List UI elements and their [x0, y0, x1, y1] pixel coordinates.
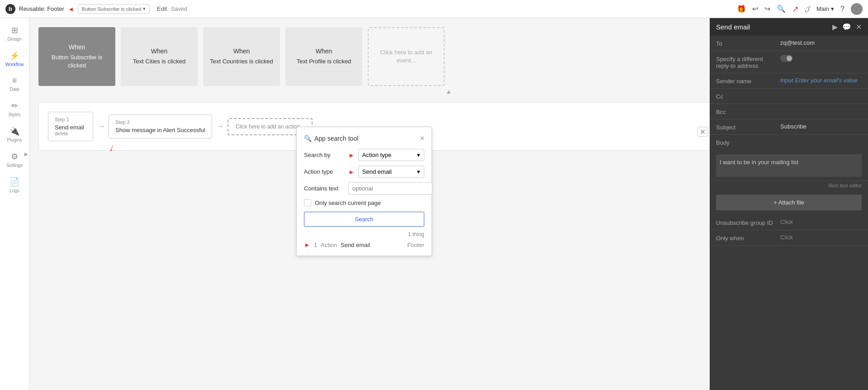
sidebar-item-styles[interactable]: ✏ Styles [0, 97, 29, 121]
rich-text-label[interactable]: Rich text editor [710, 181, 868, 190]
bcc-row: Bcc [710, 104, 868, 119]
event-card-1[interactable]: When Button Subscribe is clicked [38, 27, 115, 86]
comment-icon[interactable]: 💬 [842, 23, 851, 31]
action-type-chevron: ▾ [417, 168, 420, 175]
main-dropdown-icon: ▾ [831, 5, 834, 12]
design-icon: ⊞ [11, 25, 18, 35]
send-email-panel: Send email ▶ 💬 ✕ To zq@test.com Specify … [710, 18, 868, 390]
action-type-select[interactable]: Send email ▾ [358, 166, 424, 178]
search-tool-title-text: App search tool [314, 135, 358, 142]
undo-icon[interactable]: ↩ [752, 5, 758, 13]
to-label: To [716, 39, 775, 47]
sidebar-label-styles: Styles [8, 112, 20, 117]
search-by-arrow: ► [348, 152, 355, 159]
sidebar-item-logs[interactable]: 📄 Logs [0, 173, 29, 197]
event2-when: When [151, 48, 168, 55]
sidebar-item-data[interactable]: ≡ Data [0, 72, 29, 95]
sidebar-item-settings[interactable]: ⚙ Settings ▶ [0, 148, 29, 171]
event3-when: When [233, 48, 250, 55]
logo: b [5, 4, 15, 14]
event-card-add[interactable]: Click here to add an event... [368, 27, 445, 86]
event3-desc: Text Countries is clicked [210, 57, 273, 66]
sender-value[interactable]: Input Enter your email's value [780, 77, 862, 84]
close-panel-icon[interactable]: ✕ [856, 23, 862, 31]
avatar[interactable] [851, 3, 863, 15]
person-icon: 𝓙 [805, 5, 810, 13]
main-button[interactable]: Main ▾ [816, 5, 834, 12]
event-dropdown[interactable]: Button Subscribe is clicked ▾ [78, 4, 150, 14]
event1-desc: Button Subscribe is clicked [44, 53, 110, 70]
search-by-select[interactable]: Action type ▾ [358, 149, 424, 161]
search-panel: 🔍 App search tool × Search by ► Action t… [296, 127, 432, 256]
unsubscribe-row: Unsubscribe group ID Click [710, 215, 868, 230]
step1-label: Step 1 [55, 117, 86, 122]
action-type-row: Action type ► Send email ▾ [304, 166, 424, 178]
search-tool-icon: 🔍 [304, 135, 312, 142]
search-panel-title: 🔍 App search tool [304, 135, 358, 142]
help-icon[interactable]: ? [840, 5, 844, 13]
event-card-4[interactable]: When Text Profile is clicked [285, 27, 362, 86]
reply-toggle[interactable] [780, 55, 793, 62]
body-label: Body [716, 138, 775, 146]
only-when-value[interactable]: Click [780, 234, 793, 241]
step1-name: Send email [55, 124, 86, 131]
sidebar-label-plugins: Plugins [7, 138, 22, 143]
step-arrow-2: → [216, 122, 224, 131]
reply-label: Specify a different reply-to address [716, 55, 775, 69]
result-type: Action [321, 242, 337, 248]
app-name: Reusable: Footer [19, 5, 64, 12]
logs-icon: 📄 [9, 177, 19, 187]
sidebar-label-workflow: Workflow [5, 62, 24, 67]
action-type-label: Action type [304, 168, 345, 175]
app-name-arrow: ◄ [68, 5, 74, 13]
unsubscribe-label: Unsubscribe group ID [716, 219, 775, 226]
search-result-row[interactable]: ► 1 Action Send email Footer [304, 241, 424, 248]
step1-delete[interactable]: delete [55, 131, 86, 136]
contains-text-input[interactable] [348, 182, 432, 195]
event-card-3[interactable]: When Text Countries is clicked [203, 27, 280, 86]
sender-label: Sender name [716, 77, 775, 85]
result-name: Send email [341, 242, 370, 248]
step1-box[interactable]: Step 1 Send email delete [48, 112, 93, 141]
bcc-label: Bcc [716, 108, 775, 115]
event2-desc: Text Cities is clicked [133, 57, 185, 66]
styles-icon: ✏ [11, 101, 18, 111]
attach-file-button[interactable]: + Attach file [716, 195, 862, 210]
to-value[interactable]: zq@test.com [780, 39, 862, 46]
sidebar: ⊞ Design ⚡ Workflow ≡ Data ✏ Styles 🔌 Pl… [0, 18, 29, 390]
search-button[interactable]: Search [304, 212, 424, 227]
action-type-arrow: ► [348, 168, 355, 176]
event-dropdown-label: Button Subscribe is clicked [82, 6, 141, 12]
event-card-2[interactable]: When Text Cities is clicked [121, 27, 198, 86]
unsubscribe-value[interactable]: Click [780, 219, 793, 225]
sidebar-item-workflow[interactable]: ⚡ Workflow [0, 47, 29, 71]
only-search-row: Only search current page [304, 199, 424, 206]
search-icon[interactable]: 🔍 [777, 5, 786, 13]
only-when-row: Only when Click [710, 230, 868, 246]
workflow-close-button[interactable]: ✕ [697, 127, 707, 137]
sidebar-item-design[interactable]: ⊞ Design [0, 22, 29, 45]
step-arrow-1: → [97, 122, 105, 131]
workflow-red-arrow: ↑ [107, 143, 116, 155]
event1-when: When [69, 43, 85, 51]
settings-expand-arrow: ▶ [24, 152, 28, 157]
sender-row: Sender name Input Enter your email's val… [710, 73, 868, 89]
search-panel-close-button[interactable]: × [420, 134, 424, 143]
only-search-checkbox[interactable] [304, 199, 311, 206]
play-icon[interactable]: ▶ [832, 23, 838, 31]
main-area: When Button Subscribe is clicked When Te… [29, 18, 868, 390]
step2-label: Step 2 [115, 119, 205, 125]
action-type-value: Send email [362, 168, 392, 175]
search-by-row: Search by ► Action type ▾ [304, 149, 424, 161]
body-content[interactable]: I want to be in your mailing list [716, 154, 862, 177]
step2-box[interactable]: Step 2 Show message in Alert Successful [109, 114, 212, 138]
sidebar-item-plugins[interactable]: 🔌 Plugins [0, 123, 29, 146]
topbar: b Reusable: Footer ◄ Button Subscribe is… [0, 0, 868, 18]
sidebar-label-data: Data [9, 87, 19, 92]
gift-icon[interactable]: 🎁 [737, 5, 746, 13]
cc-row: Cc [710, 89, 868, 104]
redo-icon[interactable]: ↪ [764, 5, 770, 13]
sidebar-label-design: Design [7, 37, 21, 42]
subject-value[interactable]: Subscribe [780, 123, 862, 130]
send-email-header: Send email ▶ 💬 ✕ [710, 18, 868, 36]
